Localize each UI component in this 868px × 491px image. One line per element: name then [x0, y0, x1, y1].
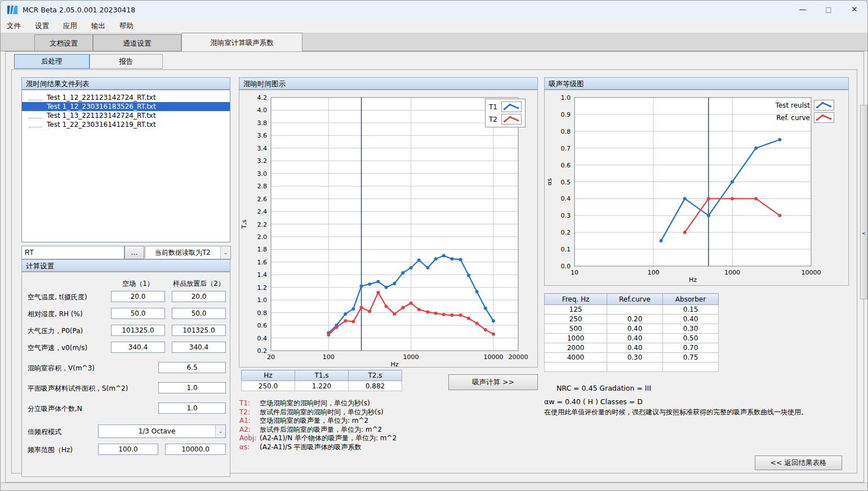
grade-chart-legend: Test reulst Ref. curve — [776, 100, 834, 123]
file-list-panel-title: 混时间结果文件列表 — [21, 77, 230, 90]
col-header-freq: Freq. Hz — [545, 294, 607, 305]
menu-application[interactable]: 应用 — [59, 19, 81, 33]
minimize-button[interactable]: — — [790, 1, 816, 19]
air-temp-field-1[interactable]: 20.0 — [111, 291, 165, 302]
window-bottom-edge — [1, 483, 867, 491]
svg-text:0.6: 0.6 — [257, 322, 268, 329]
svg-text:3.4: 3.4 — [257, 145, 268, 152]
col-header-hz: Hz — [242, 370, 295, 381]
row-label-absorber-count: 分立吸声体个数,N — [28, 404, 82, 414]
main-content: 后处理 报告 混时间结果文件列表 Test 1_12_221123142724_… — [5, 51, 864, 483]
list-item[interactable]: Test 1_12_221123142724_RT.txt — [22, 93, 230, 102]
cell-t1: 1.220 — [295, 381, 349, 391]
sound-speed-field-1[interactable]: 340.4 — [111, 342, 165, 353]
octave-mode-select[interactable]: 1/3 Octave ⌄ — [98, 424, 226, 438]
back-to-results-button[interactable]: << 返回结果表格 — [755, 455, 842, 470]
air-temp-field-2[interactable]: 20.0 — [172, 291, 226, 302]
browse-button[interactable]: ... — [124, 246, 144, 259]
svg-text:2.4: 2.4 — [257, 208, 268, 215]
rt-file-list[interactable]: Test 1_12_221123142724_RT.txt Test 1_12_… — [21, 90, 230, 242]
tab-document-settings[interactable]: 文档设置 — [34, 34, 93, 51]
rt-chart[interactable]: 0.20.40.60.81.01.21.41.61.82.02.22.42.62… — [239, 90, 537, 367]
close-button[interactable]: ✕ — [842, 1, 867, 19]
definition-line: Aobj:(A2-A1)/N 单个物体的吸声量，单位为: m^2 — [239, 434, 397, 443]
svg-text:20000: 20000 — [509, 353, 528, 361]
list-item[interactable]: Test 1_13_221123142724_RT.txt — [22, 111, 230, 120]
pressure-field-2[interactable]: 101325.0 — [172, 325, 226, 336]
col-header-with-sample: 样品放置后（2） — [170, 279, 228, 289]
menu-help[interactable]: 帮助 — [115, 19, 137, 33]
svg-text:4.2: 4.2 — [257, 94, 268, 101]
svg-text:αs: αs — [546, 178, 553, 185]
svg-text:0.0: 0.0 — [561, 263, 571, 270]
pressure-field-1[interactable]: 101325.0 — [111, 325, 165, 336]
main-tab-strip: 文档设置 通道设置 混响室计算吸声系数 — [1, 33, 867, 51]
data-read-mode-select[interactable]: 当前数据读取为T2 ⌄ — [145, 246, 231, 259]
postprocess-groupbox: 混时间结果文件列表 Test 1_12_221123142724_RT.txt … — [11, 69, 857, 474]
row-label-freq-range: 频率范围（Hz) — [28, 445, 73, 455]
tab-reverb-absorption[interactable]: 混响室计算吸声系数 — [181, 33, 302, 51]
absorber-count-field[interactable]: 1.0 — [158, 402, 226, 414]
chevron-down-icon[interactable]: ⌄ — [220, 246, 230, 259]
table-row: 250.0 1.220 0.882 — [242, 381, 402, 391]
humidity-field-1[interactable]: 50.0 — [111, 308, 165, 319]
svg-text:2.0: 2.0 — [257, 233, 268, 241]
rt-name-input[interactable] — [21, 246, 124, 259]
row-label-humidity: 相对湿度, RH (%) — [28, 309, 83, 319]
col-header-absorber: Absorber — [663, 294, 719, 305]
svg-text:0.7: 0.7 — [561, 145, 571, 152]
collapse-left-icon[interactable]: < — [861, 231, 867, 236]
svg-text:1.4: 1.4 — [257, 271, 268, 278]
svg-text:0.6: 0.6 — [561, 162, 571, 169]
title-bar: MCR Beta 2.05.0.001 20230418 — □ ✕ — [1, 1, 867, 19]
maximize-button[interactable]: □ — [816, 1, 842, 19]
sound-speed-field-2[interactable]: 340.4 — [172, 342, 226, 353]
svg-text:0.3: 0.3 — [561, 212, 571, 219]
row-label-octave-mode: 倍频程模式 — [28, 427, 61, 437]
menu-output[interactable]: 输出 — [87, 19, 109, 33]
chevron-down-icon[interactable]: ⌄ — [215, 425, 225, 437]
single-value-note: 在使用此单值评价量的时候，强烈建议与按照标准获得的完整的吸声系数曲线一块使用。 — [544, 408, 808, 417]
list-item[interactable]: Test 1_22_230316141219_RT.txt — [22, 120, 230, 129]
subtab-postprocess[interactable]: 后处理 — [14, 54, 90, 69]
menu-bar: 文件 设置 应用 输出 帮助 — [1, 19, 867, 33]
svg-text:100: 100 — [323, 353, 335, 361]
svg-text:100: 100 — [648, 269, 660, 276]
svg-text:0.1: 0.1 — [561, 246, 571, 253]
svg-text:3.0: 3.0 — [257, 170, 268, 178]
humidity-field-2[interactable]: 50.0 — [172, 308, 226, 319]
menu-file[interactable]: 文件 — [3, 19, 25, 33]
table-row-empty — [545, 362, 719, 372]
rt-chart-container: 0.20.40.60.81.01.21.41.61.82.02.22.42.62… — [239, 90, 538, 368]
svg-text:0.4: 0.4 — [257, 335, 268, 342]
sample-area-field[interactable]: 1.0 — [158, 382, 226, 393]
tree-connector-icon — [29, 95, 42, 100]
room-volume-field[interactable]: 6.5 — [158, 362, 226, 373]
nrc-result-text: NRC = 0.45 Gradation = III — [557, 384, 651, 392]
window-controls: — □ ✕ — [790, 1, 867, 19]
table-row: 2500.200.40 — [545, 315, 719, 324]
col-header-refcurve: Ref.curve — [607, 294, 663, 305]
definition-line: T1:空场混响室的混响时间，单位为秒(s) — [239, 399, 397, 408]
definitions-block: T1:空场混响室的混响时间，单位为秒(s) T2:放试件后混响室的混响时间，单位… — [239, 399, 397, 452]
subtab-report[interactable]: 报告 — [90, 54, 163, 69]
table-row: 20000.400.70 — [545, 343, 719, 353]
menu-settings[interactable]: 设置 — [31, 19, 53, 33]
side-panel-splitter[interactable]: < — [860, 105, 867, 299]
tab-channel-settings[interactable]: 通道设置 — [93, 34, 181, 51]
definition-line: T2:放试件后混响室的混响时间，单位为秒(s) — [239, 408, 397, 417]
svg-text:0.5: 0.5 — [561, 179, 571, 186]
svg-text:3.8: 3.8 — [257, 120, 268, 127]
table-row: 10000.400.50 — [545, 334, 719, 343]
row-label-pressure: 大气压力，P0(Pa) — [28, 326, 83, 336]
svg-text:20: 20 — [267, 353, 275, 361]
freq-min-field[interactable]: 100.0 — [98, 444, 158, 455]
svg-text:1.6: 1.6 — [257, 259, 268, 266]
t1-series-icon — [501, 101, 522, 112]
svg-text:Hz: Hz — [689, 276, 697, 284]
list-item-selected[interactable]: Test 1_12_230316183526_RT.txt — [22, 102, 230, 111]
svg-text:0.4: 0.4 — [561, 195, 571, 202]
svg-text:0.9: 0.9 — [561, 111, 571, 118]
freq-max-field[interactable]: 10000.0 — [165, 444, 226, 455]
absorption-calc-button[interactable]: 吸声计算 >> — [448, 374, 538, 390]
